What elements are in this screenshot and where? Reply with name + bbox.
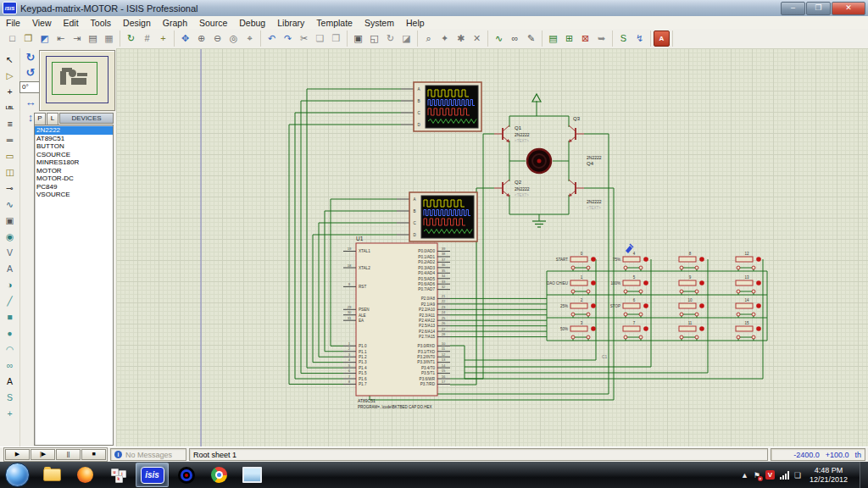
decompose-icon[interactable]: ✕: [469, 30, 485, 47]
redo-icon[interactable]: ↷: [280, 30, 296, 47]
restore-button[interactable]: ❐: [806, 2, 831, 15]
keypad-button-14[interactable]: 14: [736, 298, 761, 319]
show-desktop-button[interactable]: [860, 462, 868, 488]
goto-sheet-icon[interactable]: ➥: [593, 30, 609, 47]
zoom-area-icon[interactable]: ⌖: [242, 30, 258, 47]
block-copy-icon[interactable]: ▣: [350, 30, 366, 47]
tape-recorder-mode-icon[interactable]: ▣: [2, 212, 18, 228]
zoom-in-icon[interactable]: ⊕: [193, 30, 209, 47]
sim-play-button[interactable]: ▶: [5, 449, 30, 460]
2d-marker-icon[interactable]: +: [2, 405, 18, 421]
keypad-button-0[interactable]: 0START: [556, 252, 596, 272]
2d-arc-icon[interactable]: ◠: [2, 341, 18, 357]
schematic-editing-area[interactable]: ABCDABCDABCDABCDQ12N2222<TEXT>Q22N2222<T…: [116, 48, 868, 447]
schematic-canvas[interactable]: ABCDABCDABCDABCDQ12N2222<TEXT>Q22N2222<T…: [116, 48, 868, 447]
device-item-motor[interactable]: MOTOR: [35, 167, 113, 175]
keypad-button-5[interactable]: 5100%: [610, 275, 648, 296]
redraw-display-icon[interactable]: ↻: [123, 30, 139, 47]
selection-pointer-icon[interactable]: ↖: [2, 51, 18, 67]
block-delete-icon[interactable]: ◪: [398, 30, 415, 47]
junction-dot-icon[interactable]: +: [2, 83, 18, 99]
make-device-icon[interactable]: ✦: [437, 30, 453, 47]
undo-icon[interactable]: ↶: [264, 30, 280, 47]
menu-graph[interactable]: Graph: [157, 18, 193, 28]
paste-icon[interactable]: ❒: [328, 30, 344, 47]
menu-library[interactable]: Library: [271, 18, 310, 28]
graph-mode-icon[interactable]: ∿: [2, 196, 18, 212]
zoom-out-icon[interactable]: ⊖: [209, 30, 225, 47]
wire-label-icon[interactable]: LBL: [2, 99, 18, 115]
subcircuit-mode-icon[interactable]: ▭: [2, 147, 18, 164]
menu-file[interactable]: File: [0, 18, 26, 28]
menu-debug[interactable]: Debug: [233, 18, 271, 28]
notification-icon[interactable]: ❏: [794, 471, 801, 480]
device-item-csource[interactable]: CSOURCE: [35, 151, 113, 159]
save-design-icon[interactable]: ◩: [36, 30, 53, 47]
taskbar-firefox[interactable]: [70, 463, 101, 486]
transistor-q4[interactable]: [569, 180, 584, 197]
menu-edit[interactable]: Edit: [58, 18, 85, 28]
terminals-mode-icon[interactable]: ◫: [2, 164, 18, 180]
menu-view[interactable]: View: [26, 18, 58, 28]
device-item-pc849[interactable]: PC849: [35, 183, 113, 191]
netlist-to-ares-icon[interactable]: A: [654, 30, 670, 47]
mirror-horizontal-icon[interactable]: ↔: [24, 96, 38, 108]
print-design-icon[interactable]: ▤: [85, 30, 101, 47]
toggle-grid-icon[interactable]: #: [139, 30, 155, 47]
device-item-at89c51[interactable]: AT89C51: [35, 135, 113, 143]
device-item-motor-dc[interactable]: MOTOR-DC: [35, 175, 113, 183]
rotate-clockwise-icon[interactable]: ↻: [24, 51, 38, 64]
text-script-icon[interactable]: ≡: [2, 115, 18, 131]
2d-path-icon[interactable]: ∞: [2, 357, 18, 373]
taskbar-unikey[interactable]: uik: [103, 463, 134, 486]
dc-motor[interactable]: [527, 149, 551, 173]
menu-tools[interactable]: Tools: [85, 18, 118, 28]
transistor-q1[interactable]: [494, 125, 509, 142]
2d-circle-icon[interactable]: ●: [2, 324, 18, 341]
keypad-button-13[interactable]: 13: [736, 275, 761, 296]
action-center-flag-icon[interactable]: ⚑✕: [754, 471, 760, 480]
search-tags-icon[interactable]: ∞: [507, 30, 523, 47]
oscilloscope[interactable]: ABCDABCD: [397, 192, 477, 241]
menu-source[interactable]: Source: [193, 18, 233, 28]
cut-icon[interactable]: ✂: [296, 30, 312, 47]
new-document-icon[interactable]: □: [4, 30, 20, 47]
power-terminal[interactable]: [532, 94, 541, 102]
2d-symbol-icon[interactable]: S: [2, 389, 18, 405]
close-button[interactable]: ✕: [832, 2, 865, 15]
2d-line-icon[interactable]: ╱: [2, 292, 18, 308]
2d-text-icon[interactable]: A: [2, 373, 18, 389]
library-button[interactable]: L: [47, 113, 58, 125]
import-section-icon[interactable]: ⇤: [53, 30, 69, 47]
block-rotate-icon[interactable]: ↻: [382, 30, 398, 47]
oscilloscope[interactable]: ABCDABCD: [401, 82, 481, 131]
generator-mode-icon[interactable]: ◉: [2, 228, 18, 244]
transistor-q3[interactable]: [569, 125, 584, 142]
keypad-button-7[interactable]: 7: [623, 321, 648, 341]
schematic-overview-preview[interactable]: [39, 50, 115, 111]
device-item-minres180r[interactable]: MINRES180R: [35, 158, 113, 167]
block-move-icon[interactable]: ◱: [366, 30, 382, 47]
keypad-button-15[interactable]: 15: [736, 321, 761, 341]
rotate-anticlockwise-icon[interactable]: ↺: [24, 66, 38, 79]
buses-mode-icon[interactable]: ═: [2, 131, 18, 147]
menu-help[interactable]: Help: [400, 18, 431, 28]
sim-stop-button[interactable]: ■: [81, 449, 106, 460]
copy-icon[interactable]: ❏: [312, 30, 328, 47]
device-pins-mode-icon[interactable]: ⊸: [2, 180, 18, 196]
taskbar-chrome[interactable]: [203, 463, 235, 486]
2d-box-icon[interactable]: ■: [2, 308, 18, 324]
menu-design[interactable]: Design: [117, 18, 157, 28]
sim-pause-button[interactable]: ||: [56, 449, 81, 460]
start-button[interactable]: [5, 463, 30, 487]
keypad-button-2[interactable]: 225%: [560, 298, 596, 319]
open-design-icon[interactable]: ❐: [20, 30, 36, 47]
property-assignment-tool-icon[interactable]: ✎: [523, 30, 539, 47]
toggle-false-origin-icon[interactable]: +: [155, 30, 171, 47]
keypad-button-10[interactable]: 10: [679, 298, 704, 319]
pick-device-icon[interactable]: ⌕: [420, 30, 437, 47]
ground-terminal[interactable]: [532, 221, 546, 227]
device-item-2n2222[interactable]: 2N2222: [35, 126, 113, 135]
taskbar-photo-viewer[interactable]: [236, 463, 268, 486]
tray-expand-icon[interactable]: ▲: [741, 471, 748, 480]
